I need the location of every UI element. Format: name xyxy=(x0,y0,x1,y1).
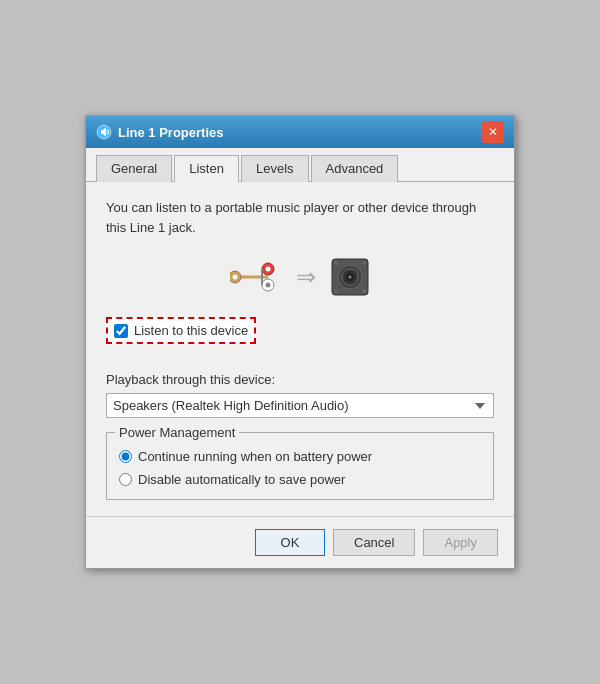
tab-advanced[interactable]: Advanced xyxy=(311,155,399,182)
radio-save-label: Disable automatically to save power xyxy=(138,472,345,487)
svg-point-16 xyxy=(334,261,338,265)
cancel-button[interactable]: Cancel xyxy=(333,529,415,556)
svg-point-3 xyxy=(233,275,238,280)
description-text: You can listen to a portable music playe… xyxy=(106,198,494,237)
tab-levels[interactable]: Levels xyxy=(241,155,309,182)
svg-point-18 xyxy=(334,289,338,293)
audio-icon xyxy=(96,124,112,140)
dialog-window: Line 1 Properties ✕ General Listen Level… xyxy=(85,115,515,569)
radio-battery-option[interactable]: Continue running when on battery power xyxy=(119,449,481,464)
device-icons-row: ⇒ xyxy=(106,257,494,297)
dialog-title: Line 1 Properties xyxy=(118,125,223,140)
tab-bar: General Listen Levels Advanced xyxy=(86,148,514,182)
close-button[interactable]: ✕ xyxy=(482,121,504,143)
listen-checkbox-area[interactable]: Listen to this device xyxy=(106,317,256,344)
radio-battery-label: Continue running when on battery power xyxy=(138,449,372,464)
radio-save[interactable] xyxy=(119,473,132,486)
listen-checkbox[interactable] xyxy=(114,324,128,338)
svg-point-17 xyxy=(362,261,366,265)
radio-battery[interactable] xyxy=(119,450,132,463)
title-bar: Line 1 Properties ✕ xyxy=(86,116,514,148)
rca-cable-icon xyxy=(230,259,282,295)
svg-point-7 xyxy=(266,283,271,288)
tab-listen[interactable]: Listen xyxy=(174,155,239,182)
svg-point-19 xyxy=(362,289,366,293)
ok-button[interactable]: OK xyxy=(255,529,325,556)
tab-content: You can listen to a portable music playe… xyxy=(86,182,514,516)
listen-label: Listen to this device xyxy=(134,323,248,338)
arrow-icon: ⇒ xyxy=(296,263,316,291)
playback-select[interactable]: Speakers (Realtek High Definition Audio)… xyxy=(106,393,494,418)
radio-save-option[interactable]: Disable automatically to save power xyxy=(119,472,481,487)
svg-point-15 xyxy=(349,276,352,279)
tab-general[interactable]: General xyxy=(96,155,172,182)
power-management-group: Power Management Continue running when o… xyxy=(106,432,494,500)
power-management-title: Power Management xyxy=(115,425,239,440)
dialog-footer: OK Cancel Apply xyxy=(86,516,514,568)
speaker-icon xyxy=(330,257,370,297)
apply-button[interactable]: Apply xyxy=(423,529,498,556)
svg-point-5 xyxy=(266,267,271,272)
playback-label: Playback through this device: xyxy=(106,372,494,387)
